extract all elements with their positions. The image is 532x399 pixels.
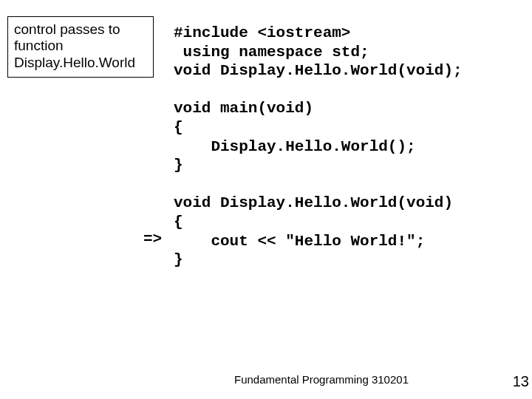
footer-text: Fundamental Programming 310201 [0,373,532,386]
annotation-text: control passes to function Display.Hello… [14,21,135,70]
annotation-box: control passes to function Display.Hello… [7,16,154,78]
slide-page: control passes to function Display.Hello… [0,0,532,399]
page-number: 13 [513,373,529,390]
code-block: #include <iostream> using namespace std;… [174,24,463,270]
arrow-marker: => [143,231,162,248]
